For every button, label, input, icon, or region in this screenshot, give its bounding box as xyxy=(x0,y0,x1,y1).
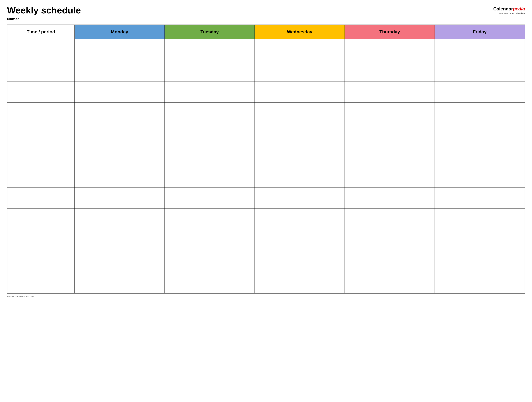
day-cell xyxy=(254,230,345,251)
time-cell xyxy=(7,251,75,272)
table-row xyxy=(7,81,525,103)
day-cell xyxy=(254,187,345,208)
page-header: Weekly schedule Name: Calendarpedia Your… xyxy=(7,5,525,21)
day-cell xyxy=(165,208,254,230)
table-row xyxy=(7,166,525,187)
day-cell xyxy=(165,81,254,103)
time-cell xyxy=(7,230,75,251)
table-row xyxy=(7,103,525,124)
logo-section: Calendarpedia Your source for calendars xyxy=(493,6,525,15)
day-cell xyxy=(254,145,345,166)
day-cell xyxy=(254,272,345,293)
day-cell xyxy=(435,230,525,251)
day-cell xyxy=(345,208,435,230)
table-row xyxy=(7,60,525,81)
day-cell xyxy=(435,103,525,124)
day-cell xyxy=(345,166,435,187)
table-row xyxy=(7,251,525,272)
time-cell xyxy=(7,60,75,81)
day-cell xyxy=(165,166,254,187)
day-cell xyxy=(75,39,165,60)
logo-subtitle: Your source for calendars xyxy=(499,12,525,15)
schedule-table: Time / period Monday Tuesday Wednesday T… xyxy=(7,25,525,293)
day-cell xyxy=(345,187,435,208)
day-cell xyxy=(435,60,525,81)
day-cell xyxy=(435,145,525,166)
day-cell xyxy=(165,124,254,145)
day-cell xyxy=(254,39,345,60)
col-header-time: Time / period xyxy=(7,25,75,39)
day-cell xyxy=(345,251,435,272)
time-cell xyxy=(7,39,75,60)
day-cell xyxy=(165,272,254,293)
table-row xyxy=(7,145,525,166)
table-header-row: Time / period Monday Tuesday Wednesday T… xyxy=(7,25,525,39)
table-body xyxy=(7,39,525,293)
day-cell xyxy=(75,187,165,208)
time-cell xyxy=(7,145,75,166)
table-row xyxy=(7,272,525,293)
col-header-friday: Friday xyxy=(435,25,525,39)
logo-text: Calendarpedia xyxy=(493,6,525,12)
day-cell xyxy=(75,230,165,251)
day-cell xyxy=(345,60,435,81)
day-cell xyxy=(165,103,254,124)
day-cell xyxy=(345,230,435,251)
table-row xyxy=(7,124,525,145)
time-cell xyxy=(7,208,75,230)
col-header-wednesday: Wednesday xyxy=(254,25,345,39)
day-cell xyxy=(435,208,525,230)
day-cell xyxy=(165,39,254,60)
time-cell xyxy=(7,272,75,293)
time-cell xyxy=(7,187,75,208)
time-cell xyxy=(7,103,75,124)
day-cell xyxy=(254,208,345,230)
day-cell xyxy=(254,124,345,145)
day-cell xyxy=(435,124,525,145)
day-cell xyxy=(435,81,525,103)
logo-calendar: Calendar xyxy=(493,6,513,12)
day-cell xyxy=(254,103,345,124)
table-row xyxy=(7,39,525,60)
day-cell xyxy=(345,39,435,60)
copyright-text: © www.calendarpedia.com xyxy=(7,295,34,298)
col-header-monday: Monday xyxy=(75,25,165,39)
logo-pedia: pedia xyxy=(513,6,525,12)
table-row xyxy=(7,208,525,230)
table-row xyxy=(7,187,525,208)
table-row xyxy=(7,230,525,251)
day-cell xyxy=(254,60,345,81)
footer: © www.calendarpedia.com xyxy=(7,295,525,298)
day-cell xyxy=(435,166,525,187)
day-cell xyxy=(165,60,254,81)
day-cell xyxy=(435,251,525,272)
day-cell xyxy=(254,81,345,103)
day-cell xyxy=(165,145,254,166)
day-cell xyxy=(345,81,435,103)
day-cell xyxy=(345,103,435,124)
day-cell xyxy=(165,187,254,208)
col-header-thursday: Thursday xyxy=(345,25,435,39)
day-cell xyxy=(345,124,435,145)
day-cell xyxy=(435,272,525,293)
day-cell xyxy=(345,145,435,166)
day-cell xyxy=(75,145,165,166)
time-cell xyxy=(7,166,75,187)
time-cell xyxy=(7,81,75,103)
day-cell xyxy=(75,124,165,145)
day-cell xyxy=(165,251,254,272)
day-cell xyxy=(75,60,165,81)
day-cell xyxy=(254,251,345,272)
day-cell xyxy=(75,81,165,103)
day-cell xyxy=(165,230,254,251)
title-section: Weekly schedule Name: xyxy=(7,5,81,21)
day-cell xyxy=(75,103,165,124)
col-header-tuesday: Tuesday xyxy=(165,25,254,39)
day-cell xyxy=(75,208,165,230)
page-title: Weekly schedule xyxy=(7,5,81,15)
day-cell xyxy=(435,39,525,60)
day-cell xyxy=(75,166,165,187)
day-cell xyxy=(345,272,435,293)
time-cell xyxy=(7,124,75,145)
name-label: Name: xyxy=(7,17,81,21)
